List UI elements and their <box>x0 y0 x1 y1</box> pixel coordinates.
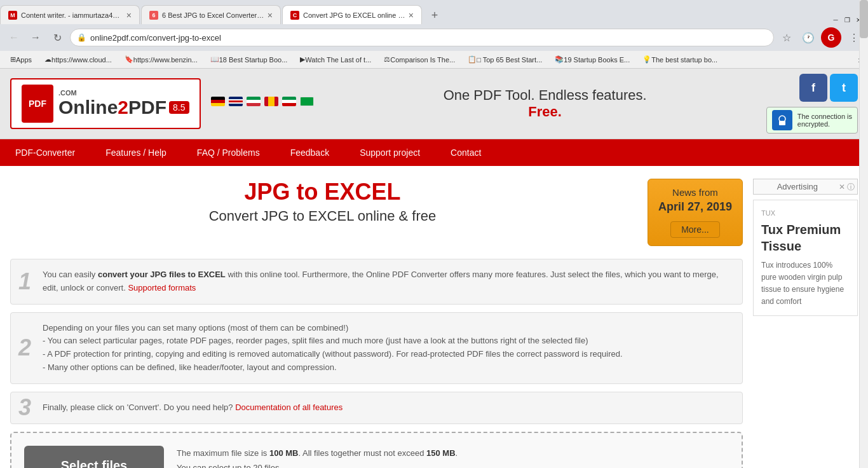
nav-contact[interactable]: Contact <box>435 139 496 166</box>
nav-feedback[interactable]: Feedback <box>275 139 344 166</box>
step-1-number: 1 <box>18 270 31 293</box>
news-more-button[interactable]: More... <box>670 221 720 238</box>
bookmark-best-startup[interactable]: 💡 The best startup bo... <box>637 54 722 65</box>
facebook-button[interactable]: f <box>799 74 827 102</box>
back-button[interactable]: ← <box>5 29 23 46</box>
title-section: News from April 27, 2019 More... JPG to … <box>10 179 743 259</box>
books-icon: 📖 <box>210 55 219 64</box>
ad-content: TUX Tux Premium Tissue Tux introduces 10… <box>753 200 858 316</box>
tab-2[interactable]: 6 6 Best JPG to Excel Converter (O... × <box>141 5 281 24</box>
tab-1-close[interactable]: × <box>126 11 132 20</box>
logo-online: Online <box>58 97 118 118</box>
flags-row <box>211 97 314 106</box>
bookmark-books-label: 18 Best Startup Boo... <box>219 56 288 64</box>
step-3: 3 Finally, please click on 'Convert'. Do… <box>10 392 743 424</box>
nav-support-project[interactable]: Support project <box>344 139 435 166</box>
max-total-suffix: . <box>456 448 458 458</box>
bookmark-top65-label: □ Top 65 Best Start... <box>477 56 542 64</box>
step-2-bullet-3: - Many other options can be defined, lik… <box>43 362 337 372</box>
nav-faq-problems[interactable]: FAQ / Problems <box>182 139 275 166</box>
scrollbar-thumb[interactable] <box>860 0 868 38</box>
best-startup-icon: 💡 <box>642 55 651 64</box>
bookmark-benzin-label: https://www.benzin... <box>133 56 198 64</box>
address-bar[interactable]: 🔒 online2pdf.com/convert-jpg-to-excel <box>70 29 774 46</box>
flag-it[interactable] <box>247 97 261 106</box>
watch-icon: ▶ <box>300 55 305 64</box>
benzin-icon: 🔖 <box>125 55 133 64</box>
step-2-number: 2 <box>18 336 31 359</box>
documentation-link[interactable]: Documentation of all features <box>235 403 342 412</box>
bookmark-apps[interactable]: ⊞ Apps <box>5 54 37 65</box>
supported-formats-link[interactable]: Supported formats <box>128 283 196 292</box>
apps-icon: ⊞ <box>10 55 16 64</box>
tab-3[interactable]: C Convert JPG to EXCEL online & f... × <box>282 5 422 24</box>
flag-br[interactable] <box>300 97 314 106</box>
bookmark-star-button[interactable]: ☆ <box>778 29 796 46</box>
file-size-info: The maximum file size is 100 MB. All fil… <box>177 446 458 460</box>
flag-es[interactable] <box>264 97 278 106</box>
restore-button[interactable]: ❐ <box>843 15 851 24</box>
bookmark-top65[interactable]: 📋 □ Top 65 Best Start... <box>463 54 547 65</box>
logo-pdf-label: PDF <box>29 99 46 109</box>
ssl-icon <box>772 110 792 130</box>
bookmark-19books[interactable]: 📚 19 Startup Books E... <box>550 54 635 65</box>
scrollbar[interactable] <box>859 0 868 468</box>
page-content: PDF .COM Online 2 PDF 8.5 <box>0 69 868 468</box>
logo-brand: .COM <box>58 89 189 97</box>
address-bar-row: ← → ↻ 🔒 online2pdf.com/convert-jpg-to-ex… <box>0 24 868 51</box>
bookmark-watch-label: Watch The Last of t... <box>305 56 371 64</box>
bookmark-best-label: The best startup bo... <box>651 56 717 64</box>
header-tagline: One PDF Tool. Endless features. <box>444 87 647 104</box>
header-free: Free. <box>528 104 562 120</box>
history-button[interactable]: 🕐 <box>799 29 817 46</box>
flag-pt[interactable] <box>282 97 296 106</box>
ssl-text: The connection is encrypted. <box>797 113 852 128</box>
header-center: One PDF Tool. Endless features. Free. <box>324 87 766 120</box>
bookmark-benzin[interactable]: 🔖 https://www.benzin... <box>119 54 203 65</box>
tab-2-close[interactable]: × <box>268 11 273 20</box>
bookmark-comparison-label: Comparison Is The... <box>390 56 455 64</box>
bookmark-cloud[interactable]: ☁ https://www.cloud... <box>39 54 117 65</box>
refresh-button[interactable]: ↻ <box>48 29 66 46</box>
profile-button[interactable]: G <box>821 27 841 48</box>
step-1: 1 You can easily convert your JPG files … <box>10 259 743 305</box>
lock-icon: 🔒 <box>77 33 86 42</box>
ad-close-button[interactable]: ✕ ⓘ <box>839 182 855 193</box>
bookmark-watch[interactable]: ▶ Watch The Last of t... <box>295 54 376 65</box>
nav-features-help[interactable]: Features / Help <box>90 139 182 166</box>
news-title: News from <box>658 187 732 198</box>
flag-de[interactable] <box>211 97 225 106</box>
ssl-text-2: encrypted. <box>797 120 852 128</box>
site-nav: PDF-Converter Features / Help FAQ / Prob… <box>0 139 868 166</box>
bookmark-comparison[interactable]: ⚖ Comparison Is The... <box>379 54 460 65</box>
header-right: f t The connection is encrypted. <box>766 74 858 134</box>
new-tab-button[interactable]: + <box>426 6 444 24</box>
page-subtitle: Convert JPG to EXCEL online & free <box>10 208 743 224</box>
ssl-badge: The connection is encrypted. <box>766 107 858 134</box>
news-box: News from April 27, 2019 More... <box>648 179 743 246</box>
logo-2: 2 <box>118 97 128 118</box>
bookmark-startup-books[interactable]: 📖 18 Best Startup Boo... <box>205 54 293 65</box>
tab-3-close[interactable]: × <box>409 11 414 20</box>
flag-uk[interactable] <box>229 97 243 106</box>
logo-area: PDF .COM Online 2 PDF 8.5 <box>10 78 201 129</box>
minimize-button[interactable]: ─ <box>831 15 840 24</box>
tab-2-title: 6 Best JPG to Excel Converter (O... <box>162 11 265 19</box>
select-files-button[interactable]: Select files <box>24 446 164 468</box>
ad-body: Tux introduces 100% pure wooden virgin p… <box>761 259 850 308</box>
nav-pdf-converter[interactable]: PDF-Converter <box>0 139 90 166</box>
forward-button[interactable]: → <box>27 29 44 46</box>
logo-pdf-name: PDF <box>128 97 166 118</box>
max-size-prefix: The maximum file size is <box>177 448 269 458</box>
twitter-button[interactable]: t <box>830 74 858 102</box>
step-3-text: Finally, please click on 'Convert'. Do y… <box>43 401 732 415</box>
logo-name-row: Online 2 PDF 8.5 <box>58 97 189 118</box>
bookmark-cloud-label: https://www.cloud... <box>51 56 112 64</box>
tab-1[interactable]: M Content writer. - iammurtaza4@... × <box>0 5 140 24</box>
step-3-before: Finally, please click on 'Convert'. Do y… <box>43 403 235 412</box>
step-2-text: Depending on your files you can set many… <box>43 322 732 375</box>
top65-icon: 📋 <box>468 55 477 64</box>
bookmark-apps-label: Apps <box>16 56 32 64</box>
logo-pdf-icon: PDF <box>22 85 53 123</box>
bookmark-19books-label: 19 Startup Books E... <box>564 56 630 64</box>
